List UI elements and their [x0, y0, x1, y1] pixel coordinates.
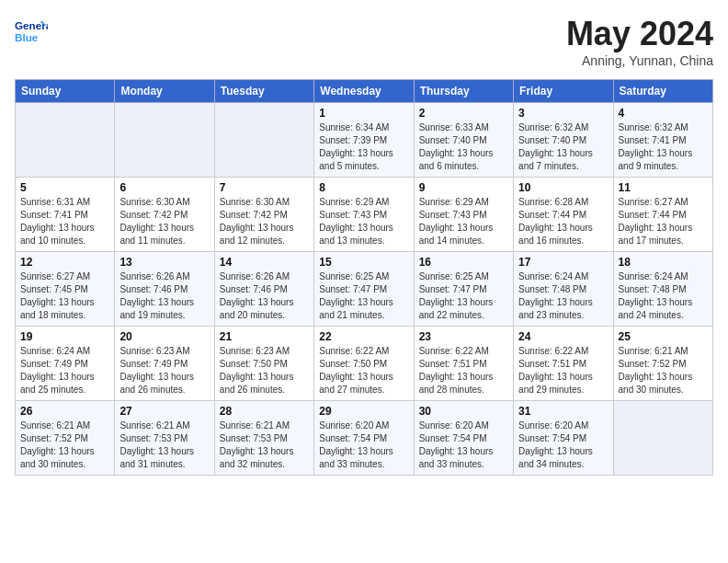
cell-daylight-info: Sunrise: 6:21 AM Sunset: 7:52 PM Dayligh… [20, 419, 109, 471]
day-number: 7 [220, 181, 309, 194]
day-number: 21 [220, 330, 309, 343]
day-number: 6 [119, 181, 209, 194]
cell-daylight-info: Sunrise: 6:31 AM Sunset: 7:41 PM Dayligh… [20, 196, 109, 247]
calendar-cell: 12Sunrise: 6:27 AM Sunset: 7:45 PM Dayli… [16, 252, 115, 327]
day-number: 19 [20, 330, 109, 343]
day-number: 17 [518, 256, 608, 269]
cell-daylight-info: Sunrise: 6:20 AM Sunset: 7:54 PM Dayligh… [518, 419, 608, 471]
calendar-cell: 19Sunrise: 6:24 AM Sunset: 7:49 PM Dayli… [16, 327, 115, 401]
calendar-cell: 26Sunrise: 6:21 AM Sunset: 7:52 PM Dayli… [16, 401, 115, 476]
col-header-sunday: Sunday [16, 80, 115, 103]
col-header-tuesday: Tuesday [214, 80, 313, 103]
calendar-cell: 15Sunrise: 6:25 AM Sunset: 7:47 PM Dayli… [314, 252, 414, 327]
cell-daylight-info: Sunrise: 6:23 AM Sunset: 7:50 PM Dayligh… [220, 345, 309, 396]
cell-daylight-info: Sunrise: 6:20 AM Sunset: 7:54 PM Dayligh… [419, 419, 508, 471]
calendar-cell: 13Sunrise: 6:26 AM Sunset: 7:46 PM Dayli… [115, 252, 214, 327]
calendar-cell: 20Sunrise: 6:23 AM Sunset: 7:49 PM Dayli… [115, 327, 214, 401]
cell-daylight-info: Sunrise: 6:25 AM Sunset: 7:47 PM Dayligh… [419, 270, 508, 322]
cell-daylight-info: Sunrise: 6:30 AM Sunset: 7:42 PM Dayligh… [220, 196, 309, 247]
day-number: 31 [518, 405, 608, 418]
svg-text:General: General [15, 19, 48, 31]
calendar-cell: 28Sunrise: 6:21 AM Sunset: 7:53 PM Dayli… [214, 401, 313, 476]
calendar-cell: 24Sunrise: 6:22 AM Sunset: 7:51 PM Dayli… [514, 327, 613, 401]
calendar-body: 1Sunrise: 6:34 AM Sunset: 7:39 PM Daylig… [16, 103, 713, 476]
cell-daylight-info: Sunrise: 6:30 AM Sunset: 7:42 PM Dayligh… [119, 196, 209, 247]
calendar-table: SundayMondayTuesdayWednesdayThursdayFrid… [15, 79, 713, 476]
calendar-cell: 5Sunrise: 6:31 AM Sunset: 7:41 PM Daylig… [16, 178, 115, 252]
cell-daylight-info: Sunrise: 6:27 AM Sunset: 7:44 PM Dayligh… [619, 196, 708, 247]
day-number: 2 [419, 107, 508, 120]
cell-daylight-info: Sunrise: 6:32 AM Sunset: 7:41 PM Dayligh… [619, 121, 708, 173]
cell-daylight-info: Sunrise: 6:25 AM Sunset: 7:47 PM Dayligh… [319, 270, 408, 322]
calendar-cell: 9Sunrise: 6:29 AM Sunset: 7:43 PM Daylig… [414, 178, 513, 252]
calendar-cell: 10Sunrise: 6:28 AM Sunset: 7:44 PM Dayli… [514, 178, 613, 252]
calendar-cell: 23Sunrise: 6:22 AM Sunset: 7:51 PM Dayli… [414, 327, 513, 401]
calendar-cell: 2Sunrise: 6:33 AM Sunset: 7:40 PM Daylig… [414, 103, 513, 178]
cell-daylight-info: Sunrise: 6:27 AM Sunset: 7:45 PM Dayligh… [20, 270, 109, 322]
day-number: 15 [319, 256, 408, 269]
calendar-cell: 11Sunrise: 6:27 AM Sunset: 7:44 PM Dayli… [613, 178, 712, 252]
page-header: General Blue May 2024 Anning, Yunnan, Ch… [15, 15, 713, 68]
calendar-cell: 18Sunrise: 6:24 AM Sunset: 7:48 PM Dayli… [613, 252, 712, 327]
col-header-thursday: Thursday [414, 80, 513, 103]
calendar-cell: 29Sunrise: 6:20 AM Sunset: 7:54 PM Dayli… [314, 401, 414, 476]
calendar-cell [16, 103, 115, 178]
cell-daylight-info: Sunrise: 6:24 AM Sunset: 7:49 PM Dayligh… [20, 345, 109, 396]
cell-daylight-info: Sunrise: 6:20 AM Sunset: 7:54 PM Dayligh… [319, 419, 408, 471]
col-header-wednesday: Wednesday [314, 80, 414, 103]
calendar-cell: 30Sunrise: 6:20 AM Sunset: 7:54 PM Dayli… [414, 401, 513, 476]
cell-daylight-info: Sunrise: 6:24 AM Sunset: 7:48 PM Dayligh… [518, 270, 608, 322]
cell-daylight-info: Sunrise: 6:22 AM Sunset: 7:51 PM Dayligh… [518, 345, 608, 396]
day-number: 8 [319, 181, 408, 194]
calendar-week-row: 1Sunrise: 6:34 AM Sunset: 7:39 PM Daylig… [16, 103, 713, 178]
calendar-cell: 17Sunrise: 6:24 AM Sunset: 7:48 PM Dayli… [514, 252, 613, 327]
cell-daylight-info: Sunrise: 6:23 AM Sunset: 7:49 PM Dayligh… [119, 345, 209, 396]
cell-daylight-info: Sunrise: 6:21 AM Sunset: 7:52 PM Dayligh… [619, 345, 708, 396]
calendar-cell: 22Sunrise: 6:22 AM Sunset: 7:50 PM Dayli… [314, 327, 414, 401]
cell-daylight-info: Sunrise: 6:22 AM Sunset: 7:51 PM Dayligh… [419, 345, 508, 396]
cell-daylight-info: Sunrise: 6:26 AM Sunset: 7:46 PM Dayligh… [220, 270, 309, 322]
day-number: 29 [319, 405, 408, 418]
day-number: 4 [619, 107, 708, 120]
calendar-cell: 21Sunrise: 6:23 AM Sunset: 7:50 PM Dayli… [214, 327, 313, 401]
day-number: 25 [619, 330, 708, 343]
day-number: 9 [419, 181, 508, 194]
col-header-friday: Friday [514, 80, 613, 103]
cell-daylight-info: Sunrise: 6:29 AM Sunset: 7:43 PM Dayligh… [319, 196, 408, 247]
column-headers-row: SundayMondayTuesdayWednesdayThursdayFrid… [16, 80, 713, 103]
svg-text:Blue: Blue [15, 31, 39, 43]
day-number: 5 [20, 181, 109, 194]
cell-daylight-info: Sunrise: 6:22 AM Sunset: 7:50 PM Dayligh… [319, 345, 408, 396]
day-number: 26 [20, 405, 109, 418]
cell-daylight-info: Sunrise: 6:24 AM Sunset: 7:48 PM Dayligh… [619, 270, 708, 322]
calendar-cell: 8Sunrise: 6:29 AM Sunset: 7:43 PM Daylig… [314, 178, 414, 252]
day-number: 12 [20, 256, 109, 269]
cell-daylight-info: Sunrise: 6:29 AM Sunset: 7:43 PM Dayligh… [419, 196, 508, 247]
logo: General Blue [15, 15, 48, 48]
day-number: 28 [220, 405, 309, 418]
calendar-cell: 27Sunrise: 6:21 AM Sunset: 7:53 PM Dayli… [115, 401, 214, 476]
cell-daylight-info: Sunrise: 6:32 AM Sunset: 7:40 PM Dayligh… [518, 121, 608, 173]
logo-icon: General Blue [15, 15, 48, 48]
day-number: 11 [619, 181, 708, 194]
calendar-cell: 7Sunrise: 6:30 AM Sunset: 7:42 PM Daylig… [214, 178, 313, 252]
calendar-cell [613, 401, 712, 476]
title-block: May 2024 Anning, Yunnan, China [566, 15, 713, 68]
day-number: 1 [319, 107, 408, 120]
calendar-cell: 14Sunrise: 6:26 AM Sunset: 7:46 PM Dayli… [214, 252, 313, 327]
calendar-cell: 25Sunrise: 6:21 AM Sunset: 7:52 PM Dayli… [613, 327, 712, 401]
calendar-cell: 6Sunrise: 6:30 AM Sunset: 7:42 PM Daylig… [115, 178, 214, 252]
cell-daylight-info: Sunrise: 6:21 AM Sunset: 7:53 PM Dayligh… [119, 419, 209, 471]
cell-daylight-info: Sunrise: 6:34 AM Sunset: 7:39 PM Dayligh… [319, 121, 408, 173]
day-number: 18 [619, 256, 708, 269]
calendar-cell [214, 103, 313, 178]
calendar-week-row: 12Sunrise: 6:27 AM Sunset: 7:45 PM Dayli… [16, 252, 713, 327]
day-number: 30 [419, 405, 508, 418]
location: Anning, Yunnan, China [566, 53, 713, 68]
day-number: 24 [518, 330, 608, 343]
calendar-week-row: 5Sunrise: 6:31 AM Sunset: 7:41 PM Daylig… [16, 178, 713, 252]
cell-daylight-info: Sunrise: 6:28 AM Sunset: 7:44 PM Dayligh… [518, 196, 608, 247]
day-number: 3 [518, 107, 608, 120]
calendar-cell: 4Sunrise: 6:32 AM Sunset: 7:41 PM Daylig… [613, 103, 712, 178]
day-number: 20 [119, 330, 209, 343]
